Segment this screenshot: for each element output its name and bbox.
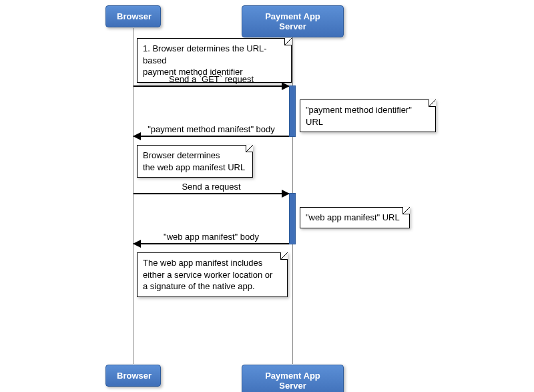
arrow-left-icon (133, 132, 141, 140)
participant-browser-bottom: Browser (105, 365, 161, 387)
participant-label: Browser (117, 371, 152, 381)
message-label: Send a `GET` request (134, 74, 289, 84)
note-text: Browser determines the web app manifest … (143, 150, 245, 172)
note-text: The web app manifest includes either a s… (143, 258, 272, 291)
note-method-identifier-url: "payment method identifier" URL (300, 100, 436, 132)
activation-bar-1 (289, 85, 296, 137)
participant-browser-top: Browser (105, 5, 161, 27)
participant-server-top: Payment App Server (242, 5, 344, 37)
participant-label: Browser (117, 11, 152, 21)
note-text: 1. Browser determines the URL-based paym… (143, 43, 267, 77)
message-webapp-body: "web app manifest" body (134, 243, 289, 244)
message-manifest-body: "payment method manifest" body (134, 136, 289, 136)
note-text: "payment method identifier" URL (306, 105, 412, 127)
message-get-request: Send a `GET` request (134, 85, 289, 86)
message-label: "payment method manifest" body (134, 124, 289, 134)
note-webapp-manifest-url: "web app manifest" URL (300, 207, 410, 228)
message-send-request: Send a request (134, 193, 289, 194)
participant-label: Payment App Server (265, 11, 320, 31)
note-text: "web app manifest" URL (306, 212, 400, 222)
participant-label: Payment App Server (265, 371, 320, 391)
participant-server-bottom: Payment App Server (242, 365, 344, 392)
arrow-left-icon (133, 240, 141, 248)
activation-bar-2 (289, 193, 296, 244)
note-webapp-manifest-includes: The web app manifest includes either a s… (137, 252, 288, 297)
note-determine-webapp-url: Browser determines the web app manifest … (137, 145, 253, 178)
message-label: "web app manifest" body (134, 232, 289, 242)
message-label: Send a request (134, 182, 289, 192)
